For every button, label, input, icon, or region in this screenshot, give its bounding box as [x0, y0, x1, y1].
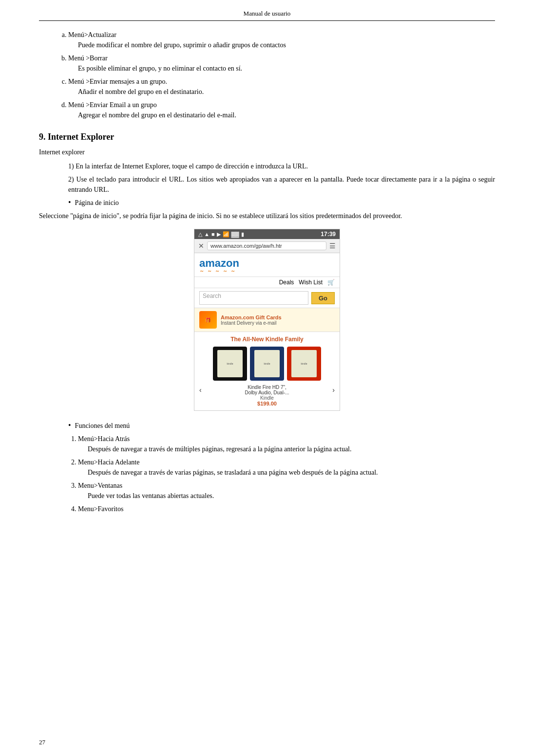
- bullet-dot-icon: •: [68, 198, 71, 208]
- item-b-sub: Es posible eliminar el grupo, y no elimi…: [78, 63, 495, 74]
- url-field[interactable]: www.amazon.com/gp/aw/h.htr: [207, 241, 326, 250]
- gift-subtitle: Instant Delivery via e-mail: [221, 320, 282, 326]
- amazon-search: Search Go: [194, 288, 340, 308]
- gift-card-icon: 🎁: [199, 311, 217, 329]
- prev-arrow-icon[interactable]: ‹: [199, 386, 202, 394]
- cart-icon[interactable]: 🛒: [327, 279, 335, 286]
- phone-url-bar: ✕ www.amazon.com/gp/aw/h.htr ☰: [194, 239, 340, 253]
- footer-item-2: Menu>Hacia Adelante Después de navegar a…: [78, 457, 495, 478]
- gift-title: Amazon.com Gift Cards: [221, 314, 282, 320]
- kindle-section: The All-New Kindle Family kindle kindle: [194, 332, 340, 410]
- item-a-sub: Puede modificar el nombre del grupo, sup…: [78, 40, 495, 50]
- footer-item3-label: Menu>Ventanas: [78, 482, 122, 489]
- footer-bullet-label: Funciones del menú: [75, 421, 130, 431]
- amazon-nav: Deals Wish List 🛒: [194, 277, 340, 288]
- triangle-icon: ▲: [204, 231, 210, 237]
- battery-icon: ▮: [241, 231, 244, 238]
- kindle-product-info: ‹ Kindle Fire HD 7", Dolby Audio, Dual-.…: [199, 385, 335, 395]
- kindle-screen-1: kindle: [217, 350, 243, 377]
- footer-item2-sub: Después de navegar a través de varias pá…: [88, 467, 495, 478]
- footer-item1-sub: Después de navegar a través de múltiples…: [88, 444, 495, 454]
- list-item-c: Menú >Enviar mensajes a un grupo. Añadir…: [68, 76, 495, 97]
- footer-bullet-item: • Funciones del menú: [68, 421, 495, 431]
- section-9-item2: 2) Use el teclado para introducir el URL…: [68, 174, 495, 195]
- footer-item-4: Menu>Favoritos: [78, 504, 495, 514]
- kindle-products: kindle kindle kindle: [199, 347, 335, 381]
- item-d-sub: Agregar el nombre del grupo en el destin…: [78, 110, 495, 120]
- amazon-header: amazon ～～～～～: [194, 253, 340, 277]
- amazon-arrow: ～～～～～: [199, 268, 335, 275]
- status-time: 17:39: [321, 231, 336, 238]
- footer-bullet-section: • Funciones del menú Menú>Hacia Atrás De…: [39, 421, 495, 514]
- kindle-product-2[interactable]: kindle: [250, 347, 284, 381]
- kindle-product-1[interactable]: kindle: [213, 347, 247, 381]
- lock-icon: ■: [211, 231, 215, 237]
- footer-item3-sub: Puede ver todas las ventanas abiertas ac…: [88, 491, 495, 501]
- list-item-b: Menú >Borrar Es posible eliminar el grup…: [68, 53, 495, 74]
- phone-status-bar: △ ▲ ■ ▶ 📶 ▓▓ ▮ 17:39: [194, 229, 340, 239]
- kindle-product-name: Kindle Fire HD 7", Dolby Audio, Dual-...: [206, 385, 329, 395]
- kindle-screen-3: kindle: [291, 350, 317, 377]
- kindle-brand: Kindle: [199, 395, 335, 401]
- item-d-label: Menú >Enviar Email a un grupo: [68, 101, 157, 109]
- section-9-title: 9. Internet Explorer: [39, 132, 495, 142]
- list-item-a: Menú>Actualizar Puede modificar el nombr…: [68, 30, 495, 50]
- footer-item-1: Menú>Hacia Atrás Después de navegar a tr…: [78, 434, 495, 454]
- item-a-label: Menú>Actualizar: [68, 31, 116, 38]
- search-placeholder: Search: [203, 293, 221, 299]
- bullet-pagina: • Página de inicio: [68, 198, 495, 208]
- section-9-item1: 1) En la interfaz de Internet Explorer, …: [68, 161, 495, 171]
- wishlist-link[interactable]: Wish List: [299, 279, 323, 286]
- status-left-icons: △ ▲ ■ ▶ 📶 ▓▓ ▮: [198, 231, 244, 238]
- extra-icon: ▶: [217, 231, 221, 238]
- item-c-sub: Añadir el nombre del grupo en el destina…: [78, 87, 495, 97]
- footer-item2-label: Menu>Hacia Adelante: [78, 459, 139, 466]
- gift-card-banner: 🎁 Amazon.com Gift Cards Instant Delivery…: [194, 308, 340, 332]
- kindle-price: $199.00: [199, 401, 335, 406]
- bullet-pagina-label: Página de inicio: [75, 198, 119, 208]
- kindle-screen-2: kindle: [254, 350, 280, 377]
- footer-item1-label: Menú>Hacia Atrás: [78, 435, 130, 443]
- item-b-label: Menú >Borrar: [68, 55, 108, 62]
- signal2-icon: ▓▓: [231, 231, 239, 237]
- list-item-d: Menú >Enviar Email a un grupo Agregar el…: [68, 100, 495, 120]
- gift-text: Amazon.com Gift Cards Instant Delivery v…: [221, 314, 282, 326]
- next-arrow-icon[interactable]: ›: [332, 386, 335, 394]
- footer-item4-label: Menu>Favoritos: [78, 505, 123, 513]
- footer-bullet-dot-icon: •: [68, 421, 71, 431]
- kindle-title: The All-New Kindle Family: [199, 336, 335, 343]
- footer-item-3: Menu>Ventanas Puede ver todas las ventan…: [78, 480, 495, 501]
- close-button-icon[interactable]: ✕: [198, 242, 204, 250]
- signal-icon: △: [198, 231, 202, 238]
- item-c-label: Menú >Enviar mensajes a un grupo.: [68, 78, 167, 85]
- page-number: 27: [39, 738, 45, 746]
- deals-link[interactable]: Deals: [279, 279, 294, 286]
- header-title: Manual de usuario: [244, 10, 291, 17]
- alpha-list: Menú>Actualizar Puede modificar el nombr…: [68, 30, 495, 120]
- section-9: 9. Internet Explorer Internet explorer 1…: [39, 132, 495, 221]
- kindle-product-3[interactable]: kindle: [287, 347, 321, 381]
- page-header: Manual de usuario: [39, 10, 495, 21]
- section-9-intro: Internet explorer: [39, 147, 495, 157]
- footer-nested-list: Menú>Hacia Atrás Después de navegar a tr…: [78, 434, 495, 514]
- phone-screenshot: △ ▲ ■ ▶ 📶 ▓▓ ▮ 17:39 ✕ www.amazon.com/gp…: [194, 229, 340, 411]
- wifi-icon: 📶: [223, 231, 229, 238]
- menu-lines-icon[interactable]: ☰: [329, 242, 336, 250]
- selection-text: Seleccione "página de inicio", se podría…: [39, 211, 495, 221]
- search-input[interactable]: Search: [199, 291, 308, 305]
- go-button[interactable]: Go: [311, 292, 335, 304]
- amazon-logo: amazon ～～～～～: [199, 257, 335, 275]
